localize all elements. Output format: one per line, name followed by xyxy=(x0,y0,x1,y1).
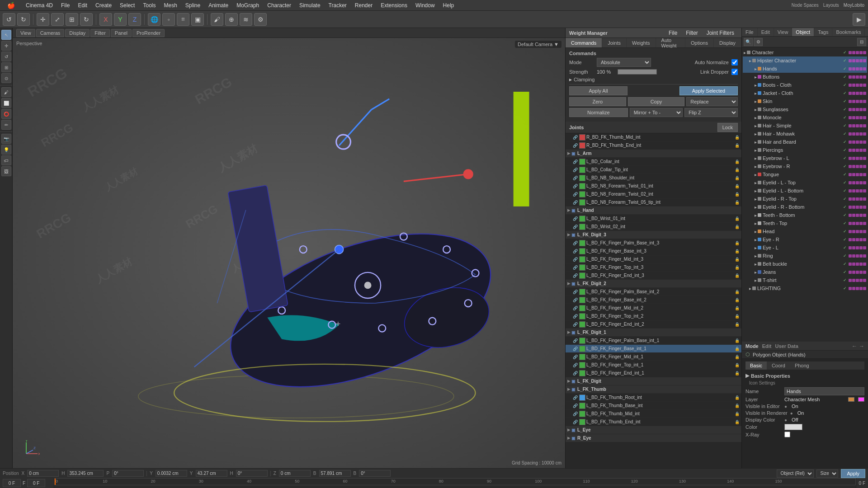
menu-tracker[interactable]: Tracker xyxy=(325,1,350,9)
polygon-tool[interactable]: ▣ xyxy=(191,13,204,26)
wm-jfilter[interactable]: Joint Filters xyxy=(703,29,738,37)
menu-mesh[interactable]: Mesh xyxy=(160,1,180,9)
point-tool[interactable]: ◦ xyxy=(162,13,175,26)
joint-item-5[interactable]: 🔗L_BD_NB_Shoulder_int🔒 xyxy=(566,174,741,182)
fr-tab-edit[interactable]: Edit xyxy=(758,28,774,36)
tool-lasso[interactable]: ✏ xyxy=(1,120,11,130)
joint-item-30[interactable]: ▶▣L_FK_Digit xyxy=(566,377,741,385)
viewport-canvas[interactable]: RRCG 人人素材 RRCG 人人素材 RRCG 人人素材 RRCG 人人素材 … xyxy=(13,38,565,468)
joint-item-8[interactable]: 🔗L_BD_N8_Forearm_Twist_05_tip_int🔒 xyxy=(566,198,741,206)
rot-h-input[interactable] xyxy=(236,470,268,477)
joint-item-15[interactable]: 🔗L_BD_FK_Finger_Mid_int_3🔒 xyxy=(566,255,741,263)
tool-scale[interactable]: ⊞ xyxy=(1,62,11,72)
joint-item-10[interactable]: 🔗L_BD_Wrist_01_int🔒 xyxy=(566,215,741,223)
joint-item-31[interactable]: ▶▣L_FK_Thumb xyxy=(566,385,741,394)
vp-tab-display[interactable]: Display xyxy=(65,29,90,37)
menu-file[interactable]: File xyxy=(57,1,73,9)
size-z-input[interactable] xyxy=(319,470,351,477)
joint-item-12[interactable]: ▶▣L_FK_Digit_3 xyxy=(566,231,741,239)
tree-item-20[interactable]: ▸ Teeth - Bottom ✓ xyxy=(743,211,867,219)
tool-tag[interactable]: 🏷 xyxy=(1,155,11,165)
tree-item-24[interactable]: ▸ Eye - L ✓ xyxy=(743,244,867,252)
joint-item-20[interactable]: 🔗L_BD_FK_Finger_Base_int_2🔒 xyxy=(566,296,741,304)
wm-tab-joints[interactable]: Joints xyxy=(602,38,627,47)
replace-select[interactable]: Replace xyxy=(686,97,738,106)
props-nav-fwd[interactable]: → xyxy=(859,343,864,349)
settings-tool[interactable]: ⚙ xyxy=(254,13,267,26)
tree-item-2[interactable]: ▸ Hands ✓ xyxy=(743,65,867,73)
strength-bar[interactable] xyxy=(618,69,657,75)
timeline-ruler[interactable]: 0 10 20 30 40 50 60 70 80 90 100 110 120… xyxy=(54,478,856,485)
y-axis-btn[interactable]: Y xyxy=(114,13,127,26)
menu-edit[interactable]: Edit xyxy=(74,1,91,9)
tool-snap[interactable]: ⊙ xyxy=(1,73,11,83)
size-y-input[interactable] xyxy=(196,470,227,477)
scale-tool[interactable]: ⊞ xyxy=(66,13,78,26)
magnet-tool[interactable]: ⊕ xyxy=(225,13,238,26)
tree-item-25[interactable]: ▸ Ring ✓ xyxy=(743,252,867,260)
tree-item-27[interactable]: ▸ Jeans ✓ xyxy=(743,268,867,276)
coord-ref-select[interactable]: Object (Rel) xyxy=(777,469,814,478)
joint-item-13[interactable]: 🔗L_BD_FK_Finger_Palm_Base_int_3🔒 xyxy=(566,239,741,247)
menu-animate[interactable]: Animate xyxy=(205,1,232,9)
tree-item-16[interactable]: ▸ Eyelid - L - Top ✓ xyxy=(743,178,867,187)
joint-item-28[interactable]: 🔗L_BD_FK_Finger_Top_int_1🔒 xyxy=(566,361,741,369)
zero-btn[interactable]: Zero xyxy=(569,97,626,106)
joint-item-19[interactable]: 🔗L_BD_FK_Finger_Palm_Base_int_2🔒 xyxy=(566,288,741,296)
tool-select-circle[interactable]: ⭕ xyxy=(1,109,11,119)
menu-create[interactable]: Create xyxy=(92,1,115,9)
tree-item-28[interactable]: ▸ T-shirt ✓ xyxy=(743,276,867,284)
menu-simulate[interactable]: Simulate xyxy=(296,1,324,9)
joint-item-3[interactable]: 🔗L_BD_Collar_int🔒 xyxy=(566,158,741,166)
tool-rotate[interactable]: ↺ xyxy=(1,52,11,61)
wm-filter[interactable]: Filter xyxy=(682,29,702,37)
fr-tab-object[interactable]: Object xyxy=(792,28,814,36)
color-swatch-bp[interactable] xyxy=(784,424,802,430)
menu-spline[interactable]: Spline xyxy=(182,1,204,9)
apply-selected-btn[interactable]: Apply Selected xyxy=(679,86,738,95)
tree-item-19[interactable]: ▸ Eyelid - R - Bottom ✓ xyxy=(743,203,867,211)
z-axis-btn[interactable]: Z xyxy=(128,13,141,26)
copy-btn[interactable]: Copy xyxy=(628,97,685,106)
tree-item-10[interactable]: ▸ Hair - Mohawk ✓ xyxy=(743,130,867,138)
redo-btn[interactable]: ↻ xyxy=(17,13,30,26)
pos-y-input[interactable] xyxy=(156,470,187,477)
bp-tab-phong[interactable]: Phong xyxy=(790,361,814,370)
wm-tab-autoweight[interactable]: Auto Weight xyxy=(656,38,685,47)
vis-renderer-radio[interactable]: ● xyxy=(790,411,793,416)
tool-texture[interactable]: 🖼 xyxy=(1,166,11,176)
joint-item-7[interactable]: 🔗L_BD_N8_Forearm_Twist_02_int🔒 xyxy=(566,190,741,198)
world-tool[interactable]: 🌐 xyxy=(148,13,160,26)
joint-item-9[interactable]: ▶▣L_Hand xyxy=(566,206,741,215)
tree-item-29[interactable]: ▸ LIGHTING ✓ xyxy=(743,284,867,292)
tree-item-5[interactable]: ▸ Jacket - Cloth ✓ xyxy=(743,89,867,97)
fr-search-icon[interactable]: 🔍 xyxy=(744,38,753,46)
menu-render[interactable]: Render xyxy=(351,1,376,9)
joint-item-33[interactable]: 🔗L_BD_FK_Thumb_Base_int🔒 xyxy=(566,402,741,410)
tree-item-0[interactable]: ▸ Character ✓ xyxy=(743,48,867,56)
joint-item-22[interactable]: 🔗L_BD_FK_Finger_Top_int_2🔒 xyxy=(566,312,741,320)
joint-item-18[interactable]: ▶▣L_FK_Digit_2 xyxy=(566,280,741,288)
menu-tools[interactable]: Tools xyxy=(139,1,159,9)
joint-item-37[interactable]: ▶▣R_Eye xyxy=(566,434,741,442)
flipz-select[interactable]: Flip Z xyxy=(684,108,738,117)
fr-filter-icon[interactable]: ⚙ xyxy=(754,38,763,46)
tree-item-17[interactable]: ▸ Eyelid - L - Bottom ✓ xyxy=(743,187,867,195)
undo-btn[interactable]: ↺ xyxy=(3,13,15,26)
joint-item-0[interactable]: 🔗R_BD_FK_Thumb_Mid_int🔒 xyxy=(566,133,741,141)
fr-tab-bookmarks[interactable]: Bookmarks xyxy=(832,28,865,36)
tool-camera[interactable]: 📷 xyxy=(1,134,11,144)
fr-tab-view[interactable]: View xyxy=(774,28,793,36)
joint-item-6[interactable]: 🔗L_BD_N8_Forearm_Twist_01_int🔒 xyxy=(566,182,741,190)
name-input[interactable] xyxy=(784,387,864,395)
menu-help[interactable]: Help xyxy=(439,1,458,9)
frame-start-input[interactable] xyxy=(3,479,21,487)
tree-item-11[interactable]: ▸ Hair and Beard ✓ xyxy=(743,138,867,146)
wm-file[interactable]: File xyxy=(665,29,681,37)
tree-item-13[interactable]: ▸ Eyebrow - L ✓ xyxy=(743,154,867,162)
apply-btn[interactable]: Apply xyxy=(841,469,865,478)
menu-character[interactable]: Character xyxy=(264,1,295,9)
tree-item-12[interactable]: ▸ Piercings ✓ xyxy=(743,146,867,154)
tool-select-rect[interactable]: ⬜ xyxy=(1,98,11,108)
frame-end-input[interactable] xyxy=(27,479,45,487)
